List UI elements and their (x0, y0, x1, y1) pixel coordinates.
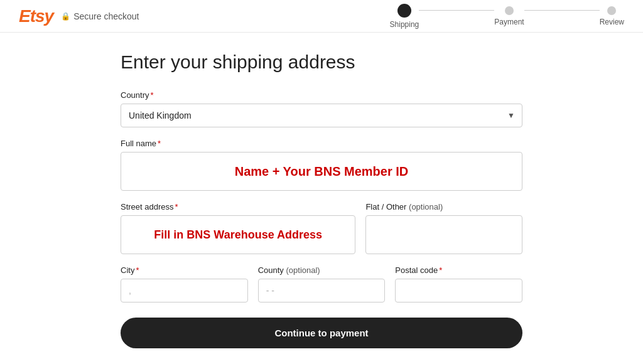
postal-input[interactable] (395, 279, 522, 302)
step-dot-review (607, 6, 616, 15)
postal-group: Postal code* (395, 265, 522, 302)
flat-input[interactable] (365, 215, 522, 254)
city-row: City* County (optional) Postal code* (121, 265, 522, 302)
step-label-shipping: Shipping (390, 20, 419, 29)
step-payment: Payment (494, 6, 524, 26)
step-label-payment: Payment (494, 18, 524, 26)
street-required: * (175, 202, 178, 211)
step-shipping: Shipping (390, 4, 419, 29)
country-group: Country* United Kingdom United States Ca… (121, 90, 522, 127)
county-group: County (optional) (258, 265, 386, 302)
lock-icon: 🔒 (61, 12, 70, 21)
fullname-input-wrapper: Name + Your BNS Member ID (121, 152, 522, 191)
postal-required: * (439, 265, 442, 275)
fullname-group: Full name* Name + Your BNS Member ID (121, 139, 522, 191)
checkout-steps: Shipping Payment Review (390, 4, 624, 29)
country-select[interactable]: United Kingdom United States Canada Aust… (121, 104, 522, 127)
flat-group: Flat / Other (optional) (365, 202, 522, 254)
header-left: Etsy 🔒 Secure checkout (19, 6, 139, 26)
street-group: Street address* Fill in BNS Warehouse Ad… (121, 202, 355, 254)
city-group: City* (121, 265, 248, 302)
postal-label: Postal code* (395, 265, 522, 275)
fullname-required: * (158, 139, 161, 148)
step-line-2 (524, 10, 600, 11)
country-label: Country* (121, 90, 522, 100)
step-dot-payment (505, 6, 514, 15)
county-input[interactable] (258, 279, 386, 302)
header: Etsy 🔒 Secure checkout Shipping Payment … (0, 0, 643, 33)
country-required: * (151, 90, 154, 100)
country-select-wrapper: United Kingdom United States Canada Aust… (121, 104, 522, 127)
secure-checkout: 🔒 Secure checkout (61, 11, 139, 21)
step-line-1 (419, 10, 494, 11)
fullname-label: Full name* (121, 139, 522, 148)
city-input[interactable] (121, 279, 248, 302)
shipping-form: Country* United Kingdom United States Ca… (121, 90, 522, 348)
street-input[interactable] (121, 215, 355, 254)
county-label: County (optional) (258, 265, 386, 275)
continue-button[interactable]: Continue to payment (121, 318, 522, 348)
city-label: City* (121, 265, 248, 275)
county-optional: (optional) (286, 265, 320, 275)
fullname-input[interactable] (121, 152, 522, 191)
page-title: Enter your shipping address (121, 51, 522, 73)
etsy-logo[interactable]: Etsy (19, 6, 53, 26)
secure-checkout-label: Secure checkout (73, 11, 139, 21)
step-review: Review (600, 6, 624, 26)
step-dot-shipping (397, 4, 411, 18)
step-label-review: Review (600, 18, 624, 26)
main-content: Enter your shipping address Country* Uni… (108, 33, 535, 364)
address-row: Street address* Fill in BNS Warehouse Ad… (121, 202, 522, 254)
flat-optional: (optional) (409, 202, 443, 211)
flat-label: Flat / Other (optional) (365, 202, 522, 211)
street-input-wrapper: Fill in BNS Warehouse Address (121, 215, 355, 254)
street-label: Street address* (121, 202, 355, 211)
city-required: * (136, 265, 139, 275)
